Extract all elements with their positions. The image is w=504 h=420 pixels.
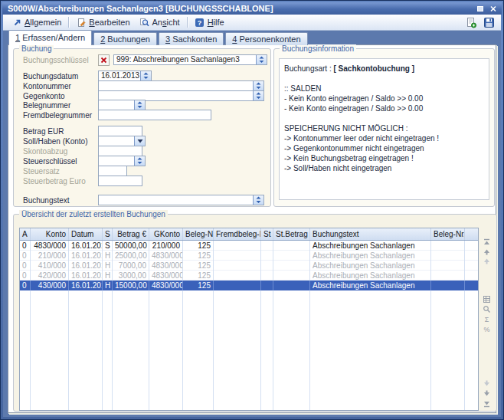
table-row[interactable]: 0210/00016.01.2013H25000,004830/000125Ab… bbox=[20, 251, 478, 261]
field-value bbox=[99, 156, 134, 166]
table-cell: H bbox=[103, 261, 113, 271]
menu-item-bearbeiten[interactable]: Bearbeiten bbox=[71, 17, 134, 28]
move-down-icon[interactable] bbox=[482, 389, 492, 398]
move-down-alt-icon[interactable] bbox=[482, 379, 492, 388]
svg-text:Σ: Σ bbox=[485, 316, 489, 323]
table-cell bbox=[465, 261, 478, 271]
titlebar-buttons bbox=[473, 4, 499, 14]
column-header[interactable]: Datum bbox=[69, 228, 103, 240]
belegnummer-input[interactable] bbox=[98, 100, 146, 110]
column-header[interactable]: Konto bbox=[31, 228, 69, 240]
buchungstext-input[interactable] bbox=[98, 195, 264, 205]
info-line: -> Kein Buchungsbetrag eingetragen ! bbox=[284, 153, 484, 163]
table-row[interactable]: 0420/00016.01.2013H3000,004830/000125Abs… bbox=[20, 271, 478, 281]
percent-icon[interactable]: % bbox=[482, 324, 492, 333]
move-top-icon[interactable] bbox=[482, 238, 492, 247]
table-cell: 50000,00 bbox=[113, 241, 149, 251]
table-cell bbox=[431, 241, 465, 251]
column-header[interactable]: Buchungstext bbox=[310, 228, 431, 240]
steuersatz-input[interactable] bbox=[98, 166, 127, 176]
field-label: Belegnummer bbox=[23, 101, 98, 110]
tab-erfassen-ndern[interactable]: 1 Erfassen/Ändern bbox=[8, 30, 92, 45]
table-row[interactable]: 04830/00016.01.2013S50000,00210/000125Ab… bbox=[20, 241, 478, 251]
spinner-icon[interactable] bbox=[253, 81, 263, 90]
spinner-icon[interactable] bbox=[134, 156, 145, 166]
menu-separator bbox=[68, 17, 69, 28]
column-header[interactable]: Betrag € bbox=[113, 228, 149, 240]
column-header[interactable]: Beleg-Nr.2 bbox=[431, 228, 465, 240]
table-cell bbox=[261, 241, 273, 251]
menu-item-allgemein[interactable]: Allgemein bbox=[7, 17, 66, 28]
spinner-icon[interactable] bbox=[134, 100, 145, 110]
table-cell: 7000,00 bbox=[113, 261, 149, 271]
move-up-icon[interactable] bbox=[482, 247, 492, 256]
table-cell: 125 bbox=[183, 271, 214, 281]
spinner-icon[interactable] bbox=[140, 71, 151, 80]
edit-doc-icon bbox=[76, 18, 87, 28]
table-cell: 430/000 bbox=[31, 281, 69, 290]
column-header[interactable]: S bbox=[103, 228, 113, 240]
field-label: Gegenkonto bbox=[23, 92, 98, 100]
table-cell: Abschreibungen Sachanlagen bbox=[310, 251, 431, 261]
table-row[interactable]: 0430/00016.01.2013H15000,004830/000125Ab… bbox=[20, 281, 478, 290]
move-up-alt-icon[interactable] bbox=[482, 256, 492, 265]
menu-item-hilfe[interactable]: ?Hilfe bbox=[190, 17, 229, 28]
column-header[interactable]: Beleg-Nr. bbox=[183, 228, 214, 240]
column-header[interactable]: GKonto bbox=[149, 228, 183, 240]
table-filler-cell bbox=[103, 290, 113, 410]
field-buchungsdatum: Buchungsdatum 16.01.2013 bbox=[23, 71, 152, 81]
menu-item-label: Bearbeiten bbox=[89, 18, 129, 27]
kontonummer-input[interactable] bbox=[98, 80, 264, 91]
table-cell: H bbox=[103, 281, 113, 290]
steuerbetrag-euro-input[interactable] bbox=[98, 176, 142, 186]
column-header[interactable]: A bbox=[20, 228, 31, 240]
table-cell bbox=[214, 281, 261, 290]
new-document-icon[interactable] bbox=[465, 17, 477, 28]
column-header bbox=[465, 228, 478, 240]
fremdbelegnummer-input[interactable] bbox=[98, 110, 211, 120]
table-cell bbox=[261, 251, 273, 261]
groupbox-title: Buchungsinformation bbox=[280, 44, 356, 53]
title-bar[interactable]: S000W/Abschreibungen Sachanlagen3 [BUCHU… bbox=[2, 2, 502, 15]
table-cell: 4830/000 bbox=[149, 281, 183, 290]
column-header[interactable]: St bbox=[261, 228, 273, 240]
field-fremdbelegnummer: Fremdbelegnummer bbox=[23, 110, 211, 120]
table-row[interactable]: 0410/00016.01.2013H7000,004830/000125Abs… bbox=[20, 261, 478, 271]
info-line: SPEICHERUNG NICHT MÖGLICH : bbox=[284, 123, 484, 133]
grid-icon[interactable] bbox=[482, 294, 492, 304]
soll-haben-dropdown[interactable] bbox=[98, 136, 146, 146]
field-label: Fremdbelegnummer bbox=[23, 111, 98, 120]
table-cell: 210/000 bbox=[149, 241, 183, 251]
restore-icon[interactable] bbox=[474, 4, 486, 14]
toolbar-right bbox=[465, 17, 497, 28]
spinner-icon[interactable] bbox=[253, 195, 263, 205]
svg-text:%: % bbox=[483, 326, 489, 333]
menu-item-ansicht[interactable]: Ansicht bbox=[135, 17, 185, 28]
skontoabzug-input[interactable] bbox=[98, 146, 142, 156]
magnifier-icon[interactable] bbox=[482, 304, 492, 313]
field-kontonummer: Kontonummer bbox=[23, 80, 264, 91]
spinner-icon[interactable] bbox=[253, 91, 263, 100]
column-header[interactable]: St.Betrag € bbox=[273, 228, 310, 240]
delete-x-icon[interactable] bbox=[98, 54, 110, 66]
buchungsschluessel-combo[interactable]: 999: Abschreibungen Sachanlagen3 bbox=[113, 54, 267, 65]
tab-sachkonten[interactable]: 3 Sachkonten bbox=[159, 32, 224, 45]
table-cell: 15000,00 bbox=[113, 281, 149, 290]
table-header-row: AKontoDatumSBetrag €GKontoBeleg-Nr.Fremd… bbox=[20, 228, 478, 241]
sum-icon[interactable]: Σ bbox=[482, 314, 492, 323]
view-magnifier-icon bbox=[139, 18, 150, 28]
table-filler-cell bbox=[113, 290, 149, 410]
move-bottom-icon[interactable] bbox=[482, 399, 492, 408]
field-label: Soll/Haben (Konto) bbox=[23, 137, 98, 146]
save-icon[interactable] bbox=[483, 17, 495, 28]
buchungsdatum-input[interactable]: 16.01.2013 bbox=[98, 71, 152, 81]
spinner-icon[interactable] bbox=[256, 55, 267, 64]
close-icon[interactable] bbox=[487, 4, 499, 14]
chevron-down-icon[interactable] bbox=[134, 136, 145, 146]
tab-personenkonten[interactable]: 4 Personenkonten bbox=[225, 32, 307, 45]
steuerschluessel-input[interactable] bbox=[98, 156, 146, 166]
tab-buchungen[interactable]: 2 Buchungen bbox=[93, 32, 157, 45]
column-header[interactable]: Fremdbeleg-Nr. bbox=[214, 228, 261, 240]
menu-separator bbox=[187, 17, 188, 28]
betrag-eur-input[interactable] bbox=[98, 126, 142, 136]
